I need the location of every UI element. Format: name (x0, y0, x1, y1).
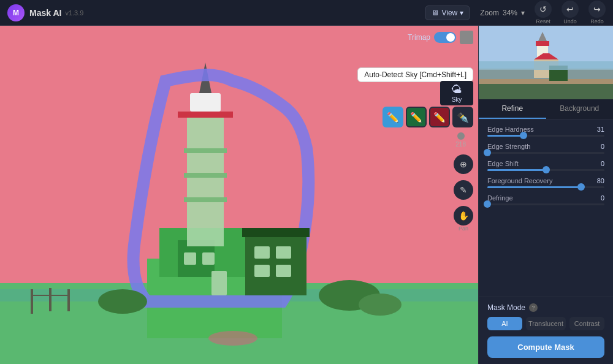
svg-rect-6 (187, 112, 224, 246)
help-icon[interactable]: ? (529, 303, 538, 312)
undo-icon: ↩ (562, 1, 579, 18)
slider-value: 31 (597, 126, 604, 133)
slider-thumb[interactable] (484, 149, 491, 156)
slider-fill (487, 169, 546, 171)
svg-rect-17 (202, 252, 215, 265)
slider-value: 80 (597, 177, 604, 184)
pen-tool-button[interactable]: ✒️ (452, 107, 473, 127)
slider-fill (487, 186, 581, 188)
mask-mode-header: Mask Mode ? (487, 303, 604, 312)
mask-mode-buttons: AITranslucentContrast (487, 317, 604, 330)
redo-label: Redo (590, 18, 604, 25)
slider-value: 0 (601, 194, 604, 202)
slider-value: 0 (601, 160, 604, 167)
reset-button[interactable]: ↺ Reset (535, 1, 552, 25)
main-content: Trimap Auto-Detect Sky [Cmd+Shift+L] 🌤 S… (0, 26, 613, 364)
topbar: M Mask AI v1.3.9 🖥 View ▾ Zoom 34% ▾ ↺ R… (0, 0, 613, 26)
svg-rect-22 (211, 271, 227, 295)
slider-track[interactable] (487, 186, 604, 188)
mask-mode-section: Mask Mode ? AITranslucentContrast Comput… (479, 297, 613, 364)
sky-icon: 🌤 (451, 83, 462, 96)
undo-button[interactable]: ↩ Undo (562, 1, 579, 25)
slider-thumb[interactable] (520, 132, 527, 139)
slider-thumb[interactable] (484, 200, 491, 208)
slider-row: Edge Strength 0 (487, 143, 604, 154)
slider-track[interactable] (487, 152, 604, 154)
mask-mode-btn-contrast[interactable]: Contrast (569, 317, 604, 330)
canvas-area[interactable]: Trimap Auto-Detect Sky [Cmd+Shift+L] 🌤 S… (0, 26, 478, 364)
slider-track[interactable] (487, 135, 604, 137)
svg-rect-11 (181, 112, 230, 118)
trimap-label: Trimap (408, 33, 430, 42)
trimap-toggle[interactable] (434, 32, 456, 43)
view-label: View (441, 9, 457, 17)
vertical-tool-row: ⊕ ✎ ✋ Pan (454, 154, 473, 232)
slider-label: Edge Shift (487, 160, 519, 167)
chevron-down-icon: ▾ (521, 9, 525, 17)
mask-mode-btn-translucent[interactable]: Translucent (526, 317, 566, 330)
slider-value: 0 (601, 143, 604, 150)
paint-tool-icon[interactable]: ✎ (454, 180, 473, 200)
svg-rect-14 (245, 234, 306, 295)
svg-rect-37 (536, 41, 549, 46)
brush-tool-button[interactable]: ✏️ (383, 107, 403, 127)
svg-rect-19 (276, 246, 291, 259)
pan-label: Pan (459, 226, 468, 232)
svg-rect-26 (31, 289, 33, 314)
mask-mode-btn-ai[interactable]: AI (487, 317, 522, 330)
svg-rect-27 (49, 288, 51, 311)
view-button[interactable]: 🖥 View ▾ (425, 6, 470, 20)
tab-background[interactable]: Background (546, 99, 614, 119)
slider-label: Foreground Recovery (487, 177, 552, 184)
preview-thumbnail (479, 26, 613, 99)
app-logo: M (7, 4, 25, 21)
delete-tool-button[interactable]: ✏️ (429, 107, 450, 127)
sky-label: Sky (452, 96, 462, 103)
compute-mask-button[interactable]: Compute Mask (487, 336, 604, 358)
reset-icon: ↺ (535, 1, 552, 18)
slider-row: Edge Hardness 31 (487, 126, 604, 137)
redo-button[interactable]: ↪ Redo (588, 1, 606, 25)
app-title: Mask AI (29, 8, 61, 18)
topbar-right: 🖥 View ▾ Zoom 34% ▾ ↺ Reset ↩ Undo ↪ Red… (425, 1, 606, 25)
svg-rect-20 (254, 265, 270, 277)
svg-point-25 (359, 294, 402, 316)
slider-track[interactable] (487, 169, 604, 171)
slider-thumb[interactable] (577, 183, 585, 191)
sky-button[interactable]: 🌤 Sky (440, 81, 473, 105)
svg-rect-9 (184, 197, 227, 202)
slider-thumb[interactable] (543, 166, 550, 173)
delete-icon: ✏️ (433, 112, 446, 123)
chevron-down-icon: ▾ (460, 9, 463, 17)
auto-detect-tooltip: Auto-Detect Sky [Cmd+Shift+L] (357, 67, 473, 82)
slider-track[interactable] (487, 203, 604, 205)
sliders-section: Edge Hardness 31 Edge Strength 0 Edge Sh… (479, 119, 613, 297)
slider-header: Edge Hardness 31 (487, 126, 604, 133)
slider-label: Edge Hardness (487, 126, 534, 133)
selection-tool-icon[interactable]: ⊕ (454, 154, 473, 174)
svg-rect-15 (242, 228, 310, 237)
brush-size-indicator: 218 (455, 132, 466, 148)
reset-label: Reset (536, 18, 550, 25)
slider-header: Edge Strength 0 (487, 143, 604, 150)
panel-tabs: Refine Background (479, 99, 613, 119)
right-panel: Refine Background Edge Hardness 31 Edge … (478, 26, 613, 364)
tab-refine[interactable]: Refine (479, 99, 546, 119)
slider-header: Defringe 0 (487, 194, 604, 202)
zoom-area: Zoom 34% ▾ (480, 9, 525, 17)
trimap-bar: Trimap (408, 31, 473, 44)
slider-label: Defringe (487, 194, 513, 202)
pan-tool-icon: ✋ (454, 206, 473, 226)
slider-fill (487, 135, 524, 137)
brush-dot (457, 132, 465, 140)
svg-rect-16 (184, 252, 196, 265)
slider-row: Defringe 0 (487, 194, 604, 205)
svg-point-23 (98, 289, 147, 314)
svg-rect-28 (67, 289, 70, 311)
brush-size-value: 218 (455, 141, 466, 148)
svg-rect-33 (479, 84, 613, 99)
brush-icon: ✏️ (387, 112, 399, 123)
pen-icon: ✒️ (457, 112, 469, 123)
pan-tool[interactable]: ✋ Pan (454, 206, 473, 232)
eraser-tool-button[interactable]: ✏️ (406, 107, 427, 127)
